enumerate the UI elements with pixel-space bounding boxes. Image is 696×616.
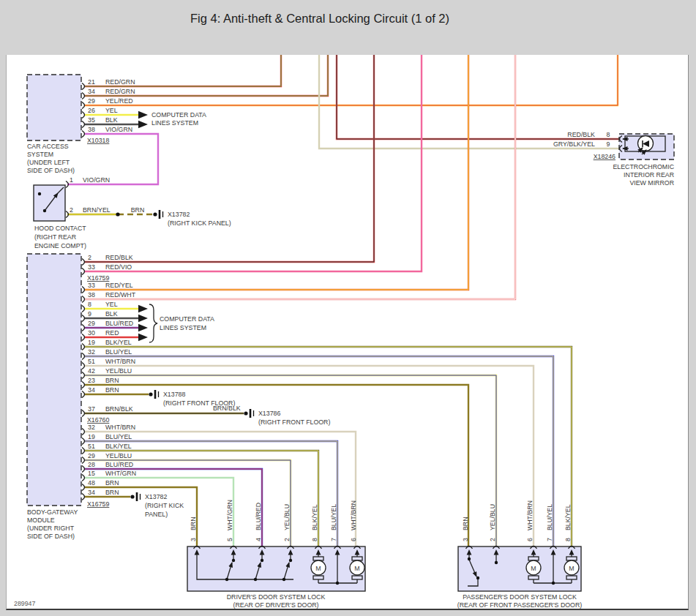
- block-label: CAR ACCESS: [27, 143, 69, 150]
- computer-data-label: COMPUTER DATA: [151, 111, 206, 119]
- pin-number: 33: [88, 263, 95, 271]
- wire-label: BLU/YEL: [105, 433, 132, 440]
- wire-bg-33-red-yel: [84, 55, 468, 290]
- diagram-number: 289947: [14, 600, 35, 607]
- computer-data-label: LINES SYSTEM: [160, 324, 206, 331]
- wire-label: BLU/RED: [105, 461, 133, 468]
- pin-number: 48: [88, 479, 95, 487]
- pin-number: 30: [88, 329, 95, 337]
- computer-data-label: LINES SYSTEM: [151, 119, 198, 127]
- pin-number: 1: [70, 176, 73, 184]
- pin-number: 19: [88, 339, 95, 346]
- wire-label: BRN/YEL: [83, 206, 111, 214]
- block-label: (REAR OF DRIVER'S DOOR): [233, 601, 318, 609]
- splice-id: X13782: [168, 211, 190, 218]
- wire-label: RED: [105, 329, 119, 337]
- door-pin-label: 2YEL/BLU: [283, 504, 291, 541]
- wire-label: WHT/BRN: [105, 424, 135, 431]
- block-label: HOOD CONTACT: [34, 225, 86, 232]
- block-label: PASSENGER'S DOOR SYSTEM LOCK: [463, 593, 577, 601]
- wire-label: BLK: [105, 116, 118, 124]
- door-pin-label: 3BRN: [190, 517, 197, 541]
- car-access-pin-brackets: [82, 83, 85, 138]
- diagram-canvas: M M M M 21RED/GRN 34RED/GRN 29YEL/RED 26…: [6, 55, 689, 610]
- splice-location: (RIGHT FRONT FLOOR): [258, 418, 330, 426]
- wire-label: YEL/BLU: [105, 367, 132, 375]
- pin-number: 8: [607, 131, 610, 138]
- wire-label: RED/YEL: [105, 282, 133, 289]
- block-label: (RIGHT REAR: [34, 233, 76, 241]
- splice-x13788-symbol: [149, 390, 158, 399]
- pin-number: 28: [88, 461, 95, 468]
- wire-label: GRY/BLK/YEL: [553, 140, 595, 148]
- block-label: INTERIOR REAR: [624, 171, 674, 179]
- pin-number: 29: [88, 320, 95, 327]
- pin-number: 37: [88, 405, 95, 413]
- motor-letter: M: [569, 565, 574, 572]
- wire-label: WHT/GRN: [105, 470, 136, 477]
- passengers-door-lock-block: [458, 546, 581, 591]
- wire-label: BRN: [105, 489, 119, 496]
- splice-x13786-symbol: [244, 409, 253, 418]
- door-pin-label: 2YEL/BLU: [489, 504, 496, 541]
- door-pin-label: 4BLU/RED: [255, 503, 262, 541]
- figure-title: Fig 4: Anti-theft & Central Locking Circ…: [0, 12, 640, 26]
- connector-id: X18246: [594, 153, 615, 160]
- pin-number: 2: [70, 206, 73, 214]
- wire-label: BRN: [131, 206, 145, 214]
- splice-id: X13786: [258, 410, 280, 417]
- pin-number: 34: [88, 386, 95, 394]
- door-pin-label: 8BLK/YEL: [311, 504, 318, 541]
- wire-label: BRN: [105, 479, 119, 487]
- labels: 21RED/GRN 34RED/GRN 29YEL/RED 26YEL 35BL…: [14, 78, 675, 609]
- pin-number: 9: [607, 140, 610, 148]
- car-access-system-block: [27, 75, 81, 140]
- block-label: VIEW MIRROR: [629, 179, 674, 187]
- splice-x13782-body-symbol: [130, 492, 140, 501]
- door-pin-label: 7BLU/YEL: [546, 504, 553, 541]
- wire-label: RED/GRN: [105, 78, 135, 86]
- wire-label: YEL: [105, 107, 118, 114]
- block-label: SIDE OF DASH): [27, 167, 75, 174]
- pin-number: 9: [88, 310, 91, 318]
- pin-number: 19: [88, 433, 95, 440]
- pin-number: 38: [88, 126, 95, 133]
- door-pin-label: 6WHT/BRN: [526, 500, 534, 541]
- pin-number: 42: [88, 367, 95, 375]
- block-label: ELECTROCHROMIC: [613, 163, 674, 170]
- pin-number: 51: [88, 358, 95, 365]
- pin-number: 29: [88, 97, 95, 105]
- block-label: BODY-GATEWAY: [27, 508, 78, 516]
- block-label: MODULE: [27, 517, 55, 524]
- pin-number: 32: [88, 348, 95, 356]
- pin-number: 23: [88, 377, 95, 384]
- wire-label: BLU/RED: [105, 320, 133, 327]
- wire-label: BLU/YEL: [105, 348, 132, 356]
- arrowheads: [138, 111, 148, 341]
- wire-label: RED/BLK: [105, 254, 133, 261]
- wire-label: BRN/BLK: [213, 405, 241, 412]
- wire-mirror-8-red-blk: [337, 55, 619, 139]
- wire-label: WHT/BRN: [105, 358, 135, 365]
- motor-symbol: M: [311, 557, 326, 579]
- body-gateway-pin-brackets: [82, 259, 85, 500]
- block-label: (UNDER RIGHT: [27, 525, 75, 532]
- block-label: ENGINE COMPT): [34, 242, 86, 249]
- body-gateway-module-block: [27, 254, 81, 506]
- pin-number: 26: [88, 107, 95, 114]
- block-label: SIDE OF DASH): [27, 533, 75, 540]
- computer-data-arrows: [138, 111, 157, 342]
- block-label: (UNDER LEFT: [27, 159, 70, 166]
- pin-brackets: [66, 83, 622, 549]
- wire-label: YEL/BLU: [105, 452, 132, 459]
- motor-symbol: M: [564, 557, 579, 579]
- pin-number: 2: [88, 254, 91, 261]
- wire-label: BRN/BLK: [105, 405, 133, 413]
- wire-label: YEL: [105, 301, 118, 308]
- block-label: (REAR OF FRONT PASSENGER'S DOOR): [457, 601, 583, 609]
- junction-dot: [116, 212, 119, 216]
- pin-number: 15: [88, 470, 95, 477]
- computer-data-label: COMPUTER DATA: [160, 315, 214, 323]
- block-label: SYSTEM: [27, 151, 53, 158]
- wires: [67, 55, 619, 546]
